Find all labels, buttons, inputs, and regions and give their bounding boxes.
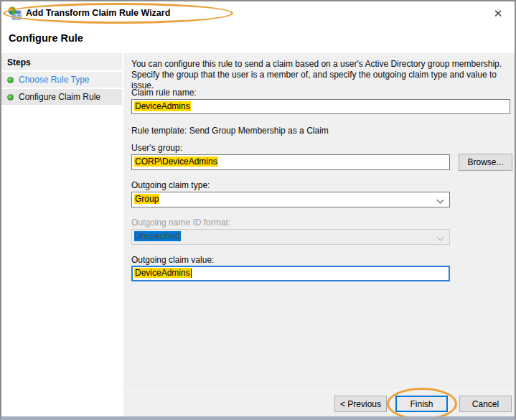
outgoing-claim-type-select[interactable]: Group bbox=[131, 192, 450, 207]
users-group-input[interactable]: CORP\DeviceAdmins bbox=[131, 154, 450, 170]
page-title: Configure Rule bbox=[9, 32, 83, 44]
footer-divider bbox=[123, 391, 515, 391]
chevron-down-icon bbox=[437, 234, 444, 241]
outgoing-name-id-format-select: Unspecified bbox=[131, 229, 450, 245]
step-complete-dot-icon bbox=[7, 77, 14, 83]
claim-rule-name-value: DeviceAdmins bbox=[134, 101, 191, 111]
users-group-value: CORP\DeviceAdmins bbox=[134, 157, 218, 167]
sidebar-item-choose-rule-type[interactable]: Choose Rule Type bbox=[1, 72, 122, 89]
outgoing-claim-type-value: Group bbox=[134, 194, 159, 204]
chevron-down-icon bbox=[437, 197, 444, 204]
outgoing-name-id-format-label: Outgoing name ID format: bbox=[131, 218, 230, 228]
step-complete-dot-icon bbox=[7, 94, 14, 101]
steps-header: Steps bbox=[1, 53, 122, 72]
outgoing-claim-value-input[interactable]: DeviceAdmins bbox=[131, 266, 450, 281]
users-group-label: User's group: bbox=[131, 143, 182, 153]
outgoing-claim-value-label: Outgoing claim value: bbox=[131, 255, 214, 265]
configure-rule-panel: You can configure this rule to send a cl… bbox=[123, 53, 515, 417]
steps-sidebar: Steps Choose Rule Type Configure Claim R… bbox=[1, 53, 123, 417]
previous-button[interactable]: < Previous bbox=[334, 396, 387, 412]
rule-template-text: Rule template: Send Group Membership as … bbox=[131, 126, 329, 136]
heading-band: Configure Rule bbox=[1, 24, 515, 53]
window-title: Add Transform Claim Rule Wizard bbox=[26, 8, 170, 18]
title-bar: Add Transform Claim Rule Wizard ✕ bbox=[1, 1, 515, 24]
outgoing-claim-value-value: DeviceAdmins bbox=[134, 268, 191, 278]
sidebar-item-configure-claim-rule[interactable]: Configure Claim Rule bbox=[1, 89, 122, 106]
rule-description: You can configure this rule to send a cl… bbox=[131, 59, 509, 91]
finish-button[interactable]: Finish bbox=[395, 396, 448, 412]
step-label: Choose Rule Type bbox=[19, 75, 90, 85]
browse-button[interactable]: Browse... bbox=[459, 154, 512, 171]
claim-rule-name-input[interactable]: DeviceAdmins bbox=[131, 99, 510, 114]
close-icon[interactable]: ✕ bbox=[490, 6, 506, 22]
outgoing-name-id-format-value: Unspecified bbox=[134, 231, 181, 241]
cancel-button[interactable]: Cancel bbox=[459, 396, 512, 412]
adfs-wizard-icon bbox=[8, 6, 22, 20]
claim-rule-name-label: Claim rule name: bbox=[131, 88, 197, 98]
outgoing-claim-type-label: Outgoing claim type: bbox=[131, 180, 210, 190]
step-label: Configure Claim Rule bbox=[19, 92, 100, 102]
wizard-dialog: Add Transform Claim Rule Wizard ✕ Config… bbox=[0, 0, 516, 420]
text-caret bbox=[191, 269, 192, 278]
